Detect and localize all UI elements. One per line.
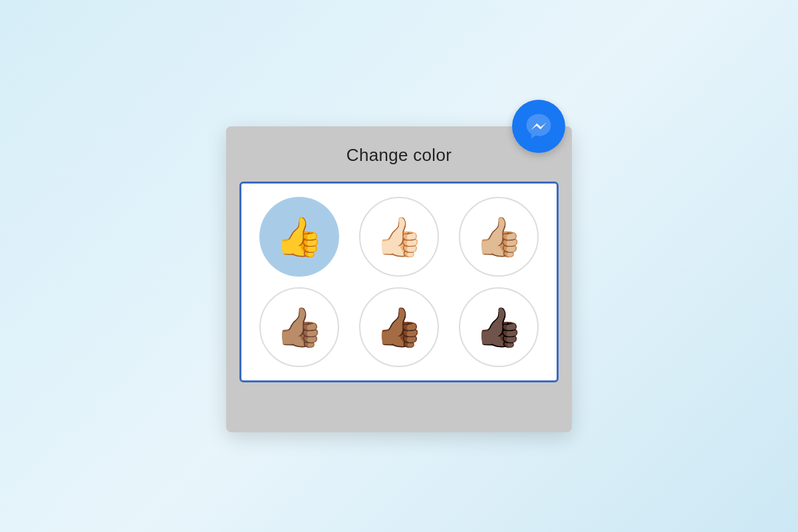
emoji-option-thumbs-yellow[interactable]: 👍 [259,197,339,277]
emoji-thumbs-light: 👍🏻 [375,217,423,256]
emoji-grid: 👍 👍🏻 👍🏼 👍🏽 👍🏾 👍🏿 [255,197,543,367]
card-body: 👍 👍🏻 👍🏼 👍🏽 👍🏾 👍🏿 [239,182,559,382]
emoji-thumbs-yellow: 👍 [275,217,323,256]
emoji-option-thumbs-medium[interactable]: 👍🏽 [259,287,339,367]
change-color-card: Change color 👍 👍🏻 👍🏼 👍🏽 👍� [226,126,572,432]
emoji-thumbs-dark: 👍🏿 [475,308,523,346]
main-scene: Change color 👍 👍🏻 👍🏼 👍🏽 👍� [226,100,572,432]
emoji-option-thumbs-light[interactable]: 👍🏻 [359,197,439,277]
emoji-thumbs-medium-light: 👍🏼 [475,217,523,256]
emoji-thumbs-medium-dark: 👍🏾 [375,308,423,346]
emoji-thumbs-medium: 👍🏽 [275,308,323,346]
card-title: Change color [346,145,452,165]
emoji-option-thumbs-medium-dark[interactable]: 👍🏾 [359,287,439,367]
emoji-option-thumbs-medium-light[interactable]: 👍🏼 [459,197,539,277]
messenger-icon [512,100,565,153]
emoji-option-thumbs-dark[interactable]: 👍🏿 [459,287,539,367]
